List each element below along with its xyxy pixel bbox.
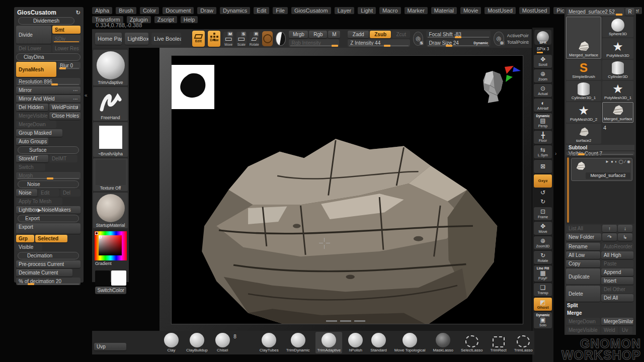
brush-tray-item[interactable]: TrimRect xyxy=(489,335,508,353)
tool-item-selected[interactable]: Merged_surface xyxy=(566,17,601,59)
boolean-union-icon[interactable]: ● xyxy=(611,159,613,164)
lower-res-button[interactable]: Lower Res xyxy=(52,45,80,52)
mrgb-button[interactable]: Mrgb xyxy=(289,31,308,38)
menu-item[interactable]: MostUsed xyxy=(485,7,516,14)
group-masked-button[interactable]: Group Masked xyxy=(16,129,62,137)
mergevisible-button-subtool[interactable]: MergeVisible xyxy=(566,326,600,334)
close-holes-button[interactable]: Close Holes xyxy=(49,112,80,120)
all-high-button[interactable]: All High xyxy=(601,251,633,259)
viewport[interactable] xyxy=(159,48,532,331)
shelf-button[interactable]: ╋ Floor xyxy=(534,131,552,144)
zadd-button[interactable]: Zadd xyxy=(348,31,369,38)
strip-expand-handle[interactable]: › xyxy=(555,151,556,156)
menu-item[interactable]: Light xyxy=(358,7,376,14)
menu-item[interactable]: Document xyxy=(163,7,194,14)
delete-button[interactable]: Delete xyxy=(566,286,600,302)
boolean-start-icon[interactable]: ► xyxy=(605,159,609,164)
noise-header[interactable]: Noise xyxy=(18,180,79,188)
bpr-render-button[interactable]: BPR xyxy=(534,30,551,45)
color-picker[interactable]: Gradient xyxy=(93,230,128,266)
auto-groups-button[interactable]: Auto Groups xyxy=(16,138,48,145)
tool-item[interactable]: ★PolyMesh3D xyxy=(602,38,633,59)
tool-item[interactable]: Sphere3D xyxy=(602,17,633,37)
mergedown-button[interactable]: MergeDown xyxy=(566,318,600,325)
focal-shift-slider[interactable]: Focal Shift -83 xyxy=(426,31,491,38)
shelf-button[interactable]: ✥ Scroll xyxy=(534,55,552,68)
material-selector[interactable]: StartupMaterial xyxy=(93,193,128,228)
rgb-button[interactable]: Rgb xyxy=(309,31,327,38)
morph-slider[interactable]: Morph xyxy=(16,172,80,179)
subtool-item[interactable]: ► ● ◐ ◯ ∕ ◉ Merged_surface2 xyxy=(571,158,632,181)
shelf-button[interactable]: ✥ Move xyxy=(534,222,552,235)
del-all-button[interactable]: Del All xyxy=(601,294,633,302)
menu-item[interactable]: Marker xyxy=(405,7,428,14)
shelf-button[interactable]: ⊕ Zoom3D xyxy=(534,236,552,249)
timeline-scrub-handle[interactable] xyxy=(326,320,365,322)
subtool-scrollbar[interactable] xyxy=(567,157,569,223)
sdiv-slider[interactable]: SDiv xyxy=(55,36,65,42)
switch-button[interactable]: Switch xyxy=(16,163,45,171)
menu-item[interactable]: Edit xyxy=(254,7,269,14)
switchcolor-button[interactable]: SwitchColor xyxy=(95,287,126,294)
menu-item[interactable]: Layer xyxy=(335,7,355,14)
brush-selector[interactable]: TrimAdaptive xyxy=(93,50,128,85)
shelf-button[interactable]: ↻ Rotate xyxy=(534,251,552,264)
stroke-curve-icon[interactable]: ◎S xyxy=(413,32,423,46)
shelf-button[interactable]: ◐ AAHalf xyxy=(534,99,552,112)
del-hidden-button[interactable]: Del Hidden xyxy=(16,104,48,111)
shelf-button[interactable]: ↻ xyxy=(534,198,552,206)
z-intensity-slider[interactable]: Z Intensity 44 xyxy=(348,39,410,47)
subtool-extract-button[interactable]: ↷ xyxy=(602,233,617,241)
apply-to-mesh-button[interactable]: Apply To Mesh xyxy=(16,198,62,205)
zsub-button[interactable]: Zsub xyxy=(370,31,391,38)
brush-tray-item[interactable]: Chisel 8 xyxy=(214,332,231,353)
brush-tray-item[interactable]: Move Topological xyxy=(393,332,427,353)
draw-button[interactable]: Draw xyxy=(208,31,220,47)
main-color-swatch[interactable] xyxy=(95,270,110,286)
del-other-button[interactable]: Del Other xyxy=(601,286,633,293)
mergevisible-button[interactable]: MergeVisible xyxy=(16,112,48,120)
tool-item[interactable]: Cylinder3D xyxy=(602,60,633,80)
m-button[interactable]: M xyxy=(328,31,340,38)
tool-item[interactable]: surface2 xyxy=(566,124,601,144)
duplicate-button[interactable]: Duplicate xyxy=(566,268,600,285)
menu-item[interactable]: File xyxy=(273,7,288,14)
new-folder-button[interactable]: New Folder xyxy=(566,233,601,241)
brush-tray-item[interactable]: hPolish xyxy=(347,332,364,353)
menu-item[interactable]: Material xyxy=(431,7,457,14)
brush-tray-item[interactable]: ClayTubes xyxy=(258,332,280,353)
alpha-preview-thumbnail[interactable] xyxy=(172,65,214,109)
shelf-button[interactable]: Dynamic ▣ Solo xyxy=(534,312,552,328)
all-low-button[interactable]: All Low xyxy=(566,251,600,259)
boolean-subtract-icon[interactable]: ◐ xyxy=(615,159,617,164)
lightbox-button[interactable]: LightBox xyxy=(125,33,148,45)
weld-button[interactable]: Weld xyxy=(601,326,618,334)
shelf-button[interactable]: ⇆ L.Sym xyxy=(534,145,552,158)
claydina-button[interactable]: ClayDina xyxy=(16,53,80,61)
surface-header[interactable]: Surface xyxy=(18,146,79,154)
scale-button[interactable]: ▭SScale xyxy=(236,32,247,46)
home-page-button[interactable]: Home Page xyxy=(95,33,122,45)
storemt-button[interactable]: StoreMT xyxy=(16,155,48,162)
gradient-picker-icon[interactable] xyxy=(95,231,127,260)
mrgb-sphere-icon[interactable] xyxy=(276,32,286,46)
brush-tray-item[interactable]: SelectLasso xyxy=(459,334,485,353)
active-tool-slider[interactable]: Merged_surface2 52 xyxy=(566,8,624,16)
shelf-button[interactable]: ↺ xyxy=(534,189,552,197)
uv-button[interactable]: Uv xyxy=(619,326,632,334)
rename-button[interactable]: Rename xyxy=(566,243,600,250)
menu-item[interactable]: MostUsed xyxy=(519,7,550,14)
mirror-weld-axis-icons[interactable]: ▪▪▪ xyxy=(73,98,78,101)
brush-tray-item[interactable]: ClayBuildup xyxy=(185,332,209,353)
export-header[interactable]: Export xyxy=(18,215,79,222)
export-button[interactable]: Export xyxy=(16,223,80,234)
tool-item[interactable]: ★PolyMesh3D_1 xyxy=(602,81,633,101)
shelf-button[interactable]: ⊡ Frame xyxy=(534,207,552,220)
brush-tray-item[interactable]: MaskLasso xyxy=(431,332,454,353)
menu-item[interactable]: Dynamics xyxy=(220,7,250,14)
menu-item[interactable]: GiosCusatom xyxy=(291,7,331,14)
noise-edit-button[interactable]: Edit xyxy=(38,189,59,197)
alpha-selector[interactable]: ~BrushAlpha xyxy=(93,122,128,157)
quick-material-button[interactable] xyxy=(262,31,273,46)
decimate-current-button[interactable]: Decimate Current xyxy=(16,269,72,277)
